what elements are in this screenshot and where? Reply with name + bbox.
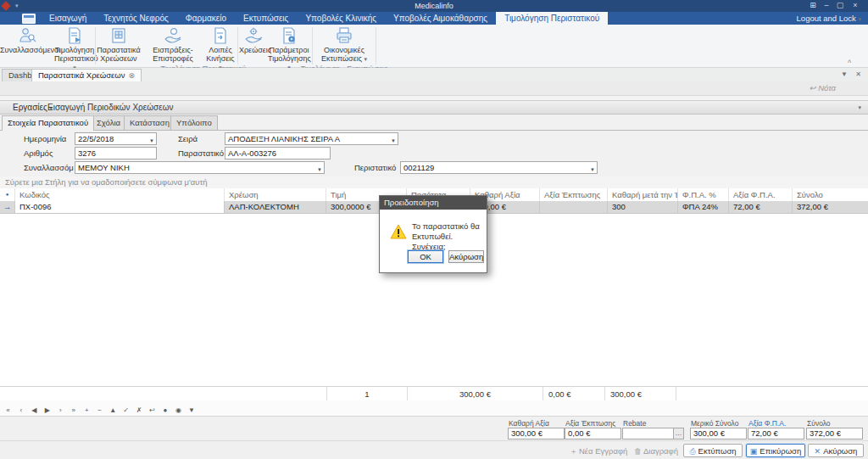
form-tabs: Στοιχεία Παραστατικού Σχόλια Κατάσταση Υ… xyxy=(0,115,868,130)
print-button[interactable]: ⎙Εκτύπωση xyxy=(683,444,743,457)
column-header-aksia-ekptosis[interactable]: Αξία Έκπτωσης xyxy=(540,188,608,201)
breadcrumb: Εισαγωγή Περιοδικών Χρεώσεων xyxy=(47,102,173,113)
vat-total-label: Αξία Φ.Π.Α. xyxy=(748,419,786,428)
ribbon-tab-timologisi-peristatikou[interactable]: Τιμολόγηση Περιστατικού xyxy=(496,12,608,25)
cancel-button[interactable]: ✕Ακύρωση xyxy=(808,444,864,457)
dialog-message-line2: Εκτυπωθεί. xyxy=(412,232,453,241)
dialog-ok-button[interactable]: OK xyxy=(408,250,443,263)
logout-and-lock-button[interactable]: Logout and Lock ▾ xyxy=(797,13,861,25)
chevron-down-icon[interactable]: ▼ xyxy=(149,136,154,145)
document-table-icon xyxy=(108,26,129,45)
document-tab-strip: Dashboard Παραστατικά Χρεώσεων⊗ ▼ ✕ xyxy=(0,68,868,82)
column-header-synolo[interactable]: Σύνολο xyxy=(793,188,860,201)
partner-label: Συναλλασσόμ xyxy=(24,163,74,172)
subtotal-label: Μερικό Σύνολο xyxy=(691,419,738,428)
warning-dialog: Προειδοποίηση Το παραστατικό θα Εκτυπωθε… xyxy=(379,195,487,273)
ribbon-button-eisprakseis-epistrofes[interactable]: Εισπράξεις-Επιστροφές xyxy=(142,26,204,62)
summary-empty xyxy=(676,387,860,401)
new-record-button[interactable]: ＋Νέα Εγγραφή xyxy=(570,445,627,457)
ribbon-button-synallassomenoi[interactable]: Συναλλασσόμενοι xyxy=(0,26,54,62)
tab-list-caret-icon[interactable]: ▼ xyxy=(841,70,848,78)
column-header-fpa-pct[interactable]: Φ.Π.Α. % xyxy=(678,188,729,201)
cell-kathari-meta[interactable]: 300 xyxy=(608,201,678,213)
net-total-field[interactable]: 300,00 € xyxy=(508,428,565,439)
hand-coin-icon xyxy=(163,26,183,45)
ribbon-button-parametroi-timologisis[interactable]: Παράμετροι Τιμολόγησης ▾ xyxy=(268,26,310,62)
dialog-title-bar[interactable]: Προειδοποίηση xyxy=(380,196,487,210)
dialog-cancel-button[interactable]: Ακύρωση xyxy=(448,250,484,263)
ribbon-button-xreoseis[interactable]: Χρεώσεις xyxy=(239,26,268,62)
printer-icon xyxy=(334,26,354,45)
cell-synolo[interactable]: 372,00 € xyxy=(793,201,860,213)
cell-kodikos[interactable]: ΠΧ-0096 xyxy=(15,201,225,213)
menubar-overflow-caret-icon[interactable]: ▾ xyxy=(858,102,861,113)
column-header-kodikos[interactable]: Κωδικός xyxy=(15,188,225,201)
net-total-label: Καθαρή Αξία xyxy=(509,419,549,428)
vat-total-field[interactable]: 72,00 € xyxy=(748,428,804,439)
incident-combobox[interactable]: 0021129▼ xyxy=(400,161,598,174)
confirm-button[interactable]: ▣Επικύρωση xyxy=(746,444,805,457)
chevron-down-icon[interactable]: ▼ xyxy=(317,165,322,174)
number-input[interactable]: 3276 xyxy=(75,147,157,160)
note-bar: ↩ Νότα xyxy=(0,81,868,96)
tab-parastatika-xreoseon[interactable]: Παραστατικά Χρεώσεων⊗ xyxy=(31,69,142,82)
ribbon-tab-ypovoles-aimokatharsis[interactable]: Υποβολές Αιμοκάθαρσης xyxy=(385,12,496,25)
rebate-field[interactable] xyxy=(622,428,676,439)
column-header-kathari-meta[interactable]: Καθαρή μετά την Έκπτωση xyxy=(608,188,678,201)
chevron-down-icon[interactable]: ▼ xyxy=(391,136,396,145)
cell-aksia-fpa[interactable]: 72,00 € xyxy=(729,201,793,213)
logout-caret-icon: ▾ xyxy=(858,16,861,22)
cell-xreosi[interactable]: ΛΑΠ-ΚΟΛΕΚΤΟΜΗ xyxy=(225,201,326,213)
rebate-ellipsis-button[interactable]: … xyxy=(673,428,684,439)
delete-button[interactable]: 🗑︎Διαγραφή xyxy=(634,445,678,457)
ribbon-button-parastatika-xreoseon[interactable]: Παραστατικά Χρεώσεων xyxy=(96,26,142,62)
series-combobox[interactable]: ΑΠΟΔΕΙΞΗ ΛΙΑΝΙΚΗΣ ΣΕΙΡΑ Α▼ xyxy=(225,132,398,145)
collapse-ribbon-icon[interactable]: ^ xyxy=(848,59,851,67)
tab-sxolia[interactable]: Σχόλια xyxy=(91,115,126,130)
discount-total-field[interactable]: 0,00 € xyxy=(565,428,621,439)
close-tab-icon[interactable]: ⊗ xyxy=(129,71,136,80)
file-button-icon[interactable] xyxy=(22,14,36,24)
column-header-xreosi[interactable]: Χρέωση xyxy=(225,188,326,201)
chevron-down-icon[interactable]: ▼ xyxy=(590,165,595,174)
ribbon-separator xyxy=(237,27,238,64)
tab-stoixeia-parastatikou[interactable]: Στοιχεία Παραστατικού xyxy=(2,115,94,131)
note-button[interactable]: ↩ Νότα xyxy=(810,83,836,92)
document-moves-icon xyxy=(210,26,231,45)
dialog-message-line1: Το παραστατικό θα xyxy=(412,221,480,231)
tab-ypoloipo[interactable]: Υπόλοιπο xyxy=(170,115,218,130)
restore-icon[interactable]: ▢ xyxy=(834,1,846,10)
ribbon-tab-ektyposeis[interactable]: Εκτυπώσεις xyxy=(235,12,297,25)
ribbon-tab-farmakeio[interactable]: Φαρμακείο xyxy=(177,12,235,25)
ribbon-button-timologisi-peristatikou[interactable]: Τιμολόγηση Περιστατικού ▾ xyxy=(54,26,95,62)
summary-discount: 0,00 € xyxy=(542,387,604,401)
doc-code-input[interactable]: ΑΛ-Α-003276 xyxy=(225,147,331,160)
plus-icon: ＋ xyxy=(570,447,577,456)
ribbon-tab-eisagogi[interactable]: Εισαγωγή xyxy=(41,12,95,25)
column-header-aksia-fpa[interactable]: Αξία Φ.Π.Α. xyxy=(729,188,793,201)
date-combobox[interactable]: 22/5/2018▼ xyxy=(75,132,157,145)
partner-combobox[interactable]: ΜΕΜΟΥ ΝΙΚΗ▼ xyxy=(75,161,325,174)
ribbon-tab-ypovoles-klinikis[interactable]: Υποβολές Κλινικής xyxy=(297,12,385,25)
x-icon: ✕ xyxy=(815,447,821,456)
number-label: Αριθμός xyxy=(24,148,53,158)
cell-aksia-ekptosis[interactable] xyxy=(540,201,608,213)
header-indicator-icon: ● xyxy=(0,188,15,201)
ribbon-button-oikonomikes-ektyposeis[interactable]: Οικονομικές Εκτυπώσεις ▾ xyxy=(315,26,373,62)
grid-groupby-bar[interactable]: Σύρετε μια Στήλη για να ομαδοποιήσετε σύ… xyxy=(0,176,868,189)
person-search-icon xyxy=(17,26,37,45)
grand-total-label: Σύνολο xyxy=(807,419,831,428)
close-icon[interactable]: × xyxy=(849,1,861,10)
ribbon-tab-texnitos-nefros[interactable]: Τεχνητός Νεφρός xyxy=(95,12,177,25)
grand-total-field[interactable]: 372,00 € xyxy=(806,428,863,439)
close-document-icon[interactable]: ✕ xyxy=(855,70,861,78)
incident-label: Περιστατικό xyxy=(354,163,396,172)
tab-katastasi[interactable]: Κατάσταση xyxy=(124,115,175,130)
subtotal-field[interactable]: 300,00 € xyxy=(690,428,747,439)
ribbon-button-loipes-kiniseis[interactable]: Λοιπές Κινήσεις ▾ xyxy=(204,26,236,62)
save-icon: ▣ xyxy=(750,447,758,456)
ribbon-options-icon[interactable]: ⊞ xyxy=(807,1,819,10)
minimize-icon[interactable]: – xyxy=(821,1,832,10)
cell-fpa-pct[interactable]: ΦΠΑ 24% xyxy=(678,201,729,213)
title-bar: ▾ Medicalinfo ⊞ – ▢ × xyxy=(0,0,868,12)
